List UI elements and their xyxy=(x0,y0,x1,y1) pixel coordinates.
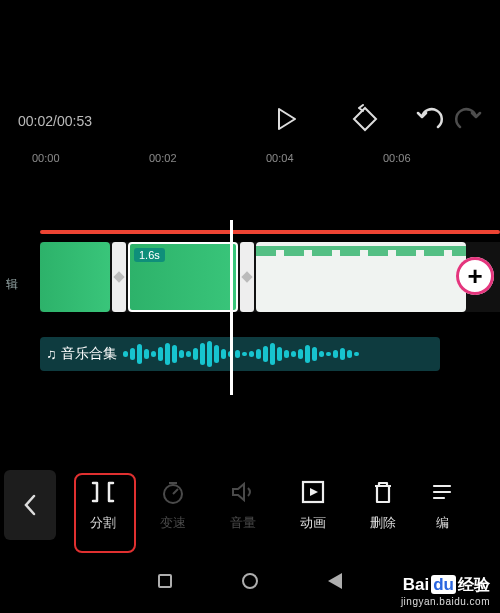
ruler-tick: 00:02 xyxy=(149,152,266,170)
audio-waveform xyxy=(123,342,441,366)
keyframe-button[interactable] xyxy=(350,104,380,138)
back-button[interactable] xyxy=(4,470,56,540)
video-clip-selected[interactable]: 1.6s xyxy=(128,242,238,312)
tool-label: 分割 xyxy=(90,514,116,532)
animation-icon xyxy=(299,478,327,506)
tool-strip: 分割 变速 音量 动画 删除 编 xyxy=(0,457,500,553)
cover-track-line xyxy=(40,230,500,234)
playhead[interactable] xyxy=(230,220,233,395)
volume-icon xyxy=(229,478,257,506)
edit-tool[interactable]: 编 xyxy=(422,469,462,541)
watermark-brand: 经验 xyxy=(458,576,490,593)
player-bar: 00:02/00:53 xyxy=(0,103,500,139)
ruler-tick: 00:04 xyxy=(266,152,383,170)
timeline-ruler: 00:00 00:02 00:04 00:06 xyxy=(0,152,500,170)
split-icon xyxy=(89,478,117,506)
play-button[interactable] xyxy=(277,108,297,134)
audio-track[interactable]: ♫ 音乐合集 xyxy=(40,337,440,371)
video-track[interactable]: 1.6s xyxy=(40,242,500,312)
ruler-tick: 00:00 xyxy=(32,152,149,170)
volume-tool[interactable]: 音量 xyxy=(212,469,274,541)
time-display: 00:02/00:53 xyxy=(18,113,92,129)
speed-icon xyxy=(159,478,187,506)
back-nav-button[interactable] xyxy=(328,573,342,589)
watermark-url: jingyan.baidu.com xyxy=(401,596,490,607)
watermark-brand: Bai xyxy=(403,575,429,594)
animation-tool[interactable]: 动画 xyxy=(282,469,344,541)
ruler-tick: 00:06 xyxy=(383,152,500,170)
tool-label: 编 xyxy=(436,514,449,532)
time-current: 00:02 xyxy=(18,113,53,129)
tool-label: 删除 xyxy=(370,514,396,532)
time-total: 00:53 xyxy=(57,113,92,129)
watermark: Baidu经验 jingyan.baidu.com xyxy=(401,575,490,607)
audio-track-label: 音乐合集 xyxy=(61,345,117,363)
split-tool[interactable]: 分割 xyxy=(72,469,134,541)
video-clip[interactable] xyxy=(256,242,466,312)
video-clip[interactable] xyxy=(40,242,110,312)
transition-handle[interactable] xyxy=(112,242,126,312)
music-note-icon: ♫ xyxy=(46,346,57,362)
tool-label: 动画 xyxy=(300,514,326,532)
add-clip-button[interactable] xyxy=(456,257,494,295)
left-truncated-label: 辑 xyxy=(6,276,18,293)
home-button[interactable] xyxy=(242,573,258,589)
edit-icon xyxy=(428,478,456,506)
speed-tool[interactable]: 变速 xyxy=(142,469,204,541)
tool-label: 音量 xyxy=(230,514,256,532)
watermark-brand: du xyxy=(431,575,456,594)
delete-tool[interactable]: 删除 xyxy=(352,469,414,541)
undo-button[interactable] xyxy=(416,107,444,135)
redo-button[interactable] xyxy=(454,107,482,135)
clip-duration-badge: 1.6s xyxy=(134,248,165,262)
tool-label: 变速 xyxy=(160,514,186,532)
transition-handle[interactable] xyxy=(240,242,254,312)
recent-apps-button[interactable] xyxy=(158,574,172,588)
trash-icon xyxy=(369,478,397,506)
